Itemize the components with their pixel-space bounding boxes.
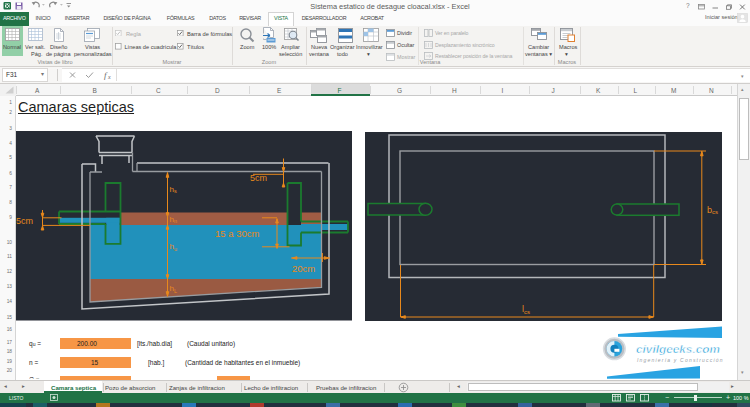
svg-text:5cm: 5cm (16, 216, 33, 226)
svg-text:civilgeeks.com: civilgeeks.com (636, 342, 720, 356)
svg-text:5cm: 5cm (250, 173, 267, 183)
svg-text:x: x (107, 74, 111, 80)
svg-text:20cm: 20cm (292, 263, 315, 274)
svg-text:15 a 30cm: 15 a 30cm (215, 228, 259, 239)
svg-text:Ingeniería y Construcción: Ingeniería y Construcción (637, 357, 724, 363)
